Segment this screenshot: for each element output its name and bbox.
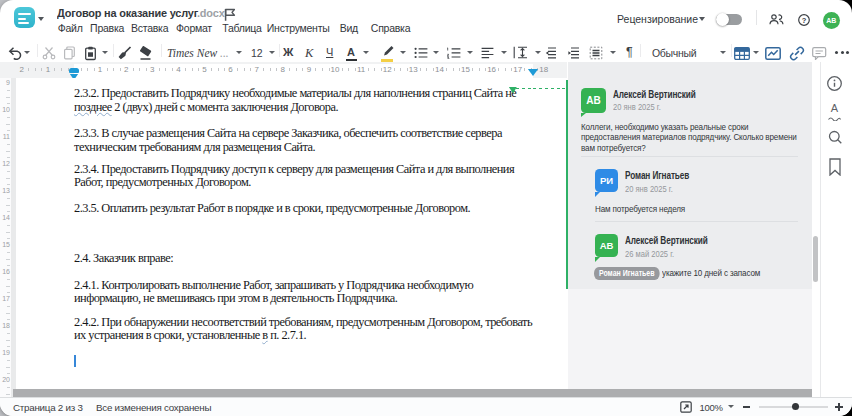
svg-text:?: ? — [801, 15, 806, 24]
